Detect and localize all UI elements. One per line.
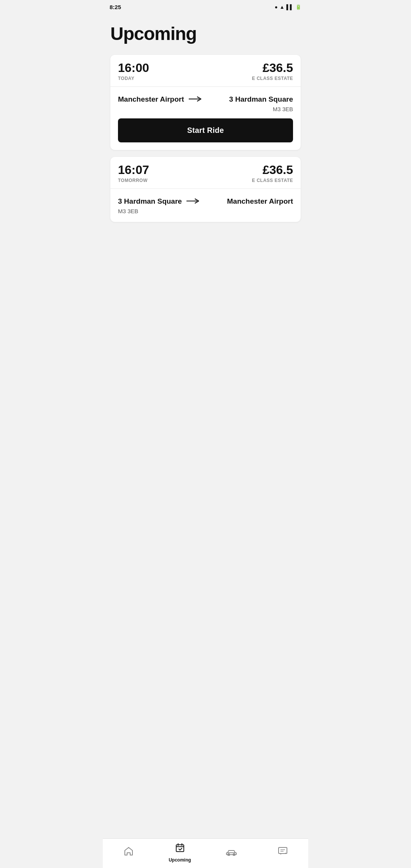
- ride-card-2-body: 3 Hardman Square Manchester Airport M3 3…: [110, 189, 301, 222]
- ride-card-1-header: 16:00 TODAY £36.5 E CLASS ESTATE: [110, 55, 301, 87]
- ride-card-2-time: 16:07: [118, 164, 149, 176]
- ride-card-1-body: Manchester Airport 3 Hardman Square M3 3…: [110, 87, 301, 150]
- ride-card-1-class: E CLASS ESTATE: [252, 76, 293, 81]
- signal-bars-icon: ▌▌: [287, 4, 293, 10]
- start-ride-button[interactable]: Start Ride: [118, 118, 293, 142]
- nav-item-upcoming[interactable]: Upcoming: [154, 842, 206, 863]
- ride-card-2-price-section: £36.5 E CLASS ESTATE: [252, 164, 293, 183]
- nav-item-rides[interactable]: [206, 847, 257, 858]
- ride-card-2-price: £36.5: [252, 164, 293, 176]
- ride-card-1-from: Manchester Airport: [118, 95, 184, 104]
- nav-label-upcoming: Upcoming: [169, 857, 191, 863]
- car-icon: [226, 847, 237, 858]
- ride-card-2-postcode: M3 3EB: [118, 208, 293, 214]
- ride-card-1-price-section: £36.5 E CLASS ESTATE: [252, 62, 293, 81]
- chat-icon: [277, 846, 288, 859]
- ride-card-2: 16:07 TOMORROW £36.5 E CLASS ESTATE 3 Ha…: [110, 157, 301, 222]
- ride-card-1-day: TODAY: [118, 76, 149, 81]
- bottom-nav: Upcoming: [103, 838, 308, 868]
- ride-card-1-postcode: M3 3EB: [118, 106, 293, 112]
- ride-card-1-time-section: 16:00 TODAY: [118, 62, 149, 81]
- ride-card-2-route: 3 Hardman Square Manchester Airport: [118, 196, 293, 206]
- ride-card-1-time: 16:00: [118, 62, 149, 74]
- nav-item-home[interactable]: [103, 846, 154, 859]
- home-icon: [123, 846, 134, 859]
- wifi-icon: ▲: [280, 4, 285, 10]
- svg-rect-9: [279, 847, 287, 854]
- svg-rect-2: [176, 845, 184, 852]
- status-time: 8:25: [110, 4, 121, 10]
- page-title: Upcoming: [110, 23, 301, 44]
- ride-card-1-price: £36.5: [252, 62, 293, 74]
- arrow-right-icon: [189, 94, 202, 104]
- ride-card-2-to: Manchester Airport: [205, 197, 293, 206]
- status-icons: ● ▲ ▌▌ 🔋: [275, 4, 301, 10]
- battery-icon: 🔋: [295, 4, 301, 10]
- signal-icon: ●: [275, 4, 278, 10]
- ride-card-2-day: TOMORROW: [118, 178, 149, 183]
- upcoming-icon: [175, 842, 185, 856]
- ride-card-2-class: E CLASS ESTATE: [252, 178, 293, 183]
- nav-item-messages[interactable]: [257, 846, 308, 859]
- ride-card-1: 16:00 TODAY £36.5 E CLASS ESTATE Manches…: [110, 55, 301, 150]
- ride-card-1-route: Manchester Airport 3 Hardman Square: [118, 94, 293, 104]
- ride-card-1-to: 3 Hardman Square: [207, 95, 293, 104]
- ride-card-2-from: 3 Hardman Square: [118, 197, 182, 206]
- main-content: Upcoming 16:00 TODAY £36.5 E CLASS ESTAT…: [103, 12, 308, 868]
- ride-card-2-header: 16:07 TOMORROW £36.5 E CLASS ESTATE: [110, 157, 301, 189]
- arrow-right-icon-2: [186, 196, 200, 206]
- status-bar: 8:25 ● ▲ ▌▌ 🔋: [103, 0, 308, 12]
- ride-card-2-time-section: 16:07 TOMORROW: [118, 164, 149, 183]
